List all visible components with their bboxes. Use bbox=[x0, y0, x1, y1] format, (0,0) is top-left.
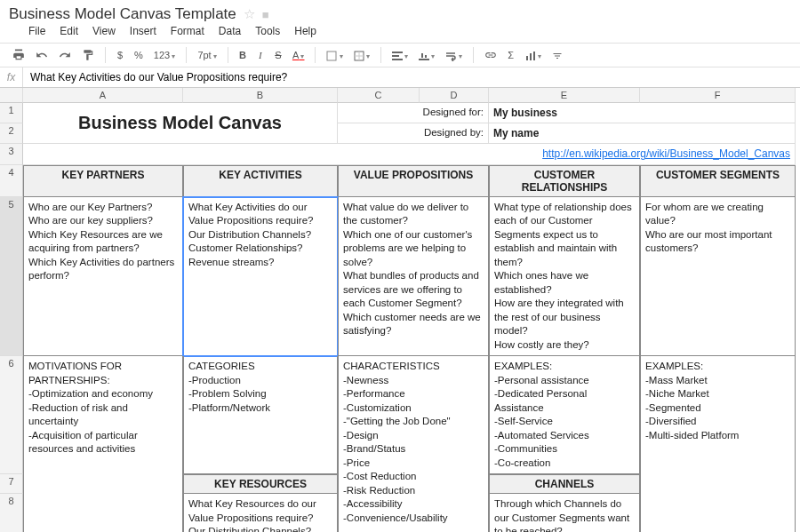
menu-help[interactable]: Help bbox=[294, 25, 316, 37]
percent-button[interactable]: % bbox=[131, 48, 147, 62]
canvas-title-cell[interactable]: Business Model Canvas bbox=[23, 103, 338, 144]
select-all-corner[interactable] bbox=[0, 88, 23, 103]
svg-rect-0 bbox=[327, 52, 336, 60]
kr-header[interactable]: KEY RESOURCES bbox=[183, 474, 338, 494]
formula-input[interactable] bbox=[23, 67, 800, 87]
kp-questions[interactable]: Who are our Key Partners? Who are our ke… bbox=[23, 197, 183, 357]
kr-questions[interactable]: What Key Resources do our Value Proposit… bbox=[183, 494, 338, 532]
kp-header[interactable]: KEY PARTNERS bbox=[23, 165, 183, 197]
menu-data[interactable]: Data bbox=[219, 25, 241, 37]
fill-color-dropdown[interactable] bbox=[323, 48, 346, 63]
svg-rect-10 bbox=[526, 56, 528, 60]
kp-sub[interactable]: MOTIVATIONS FOR PARTNERSHIPS: -Optimizat… bbox=[23, 356, 183, 532]
currency-button[interactable]: $ bbox=[113, 48, 127, 62]
title-bar: Business Model Canvas Template ☆ ■ bbox=[0, 0, 800, 25]
star-icon[interactable]: ☆ bbox=[244, 6, 255, 22]
insert-chart-icon[interactable] bbox=[522, 48, 545, 63]
redo-icon[interactable] bbox=[55, 47, 75, 63]
folder-icon[interactable]: ■ bbox=[262, 8, 269, 21]
separator bbox=[186, 47, 187, 63]
spreadsheet-grid: A B C D E F 1 Business Model Canvas Desi… bbox=[0, 88, 800, 532]
toolbar: $ % 123 7pt B I S A Σ bbox=[0, 43, 800, 67]
filter-icon[interactable] bbox=[548, 48, 566, 63]
row-header-4[interactable]: 4 bbox=[0, 165, 23, 197]
row-header-6[interactable]: 6 bbox=[0, 356, 23, 474]
wiki-link[interactable]: http://en.wikipedia.org/wiki/Business_Mo… bbox=[23, 144, 796, 164]
separator bbox=[380, 47, 381, 63]
col-header-b[interactable]: B bbox=[183, 88, 338, 103]
paint-format-icon[interactable] bbox=[78, 47, 98, 63]
menu-view[interactable]: View bbox=[92, 25, 116, 37]
menu-tools[interactable]: Tools bbox=[255, 25, 280, 37]
col-header-c[interactable]: C bbox=[338, 88, 420, 103]
row-header-8[interactable]: 8 bbox=[0, 494, 23, 532]
row-header-1[interactable]: 1 bbox=[0, 103, 23, 123]
ch-header[interactable]: CHANNELS bbox=[489, 474, 640, 494]
wrap-dropdown[interactable] bbox=[442, 48, 465, 63]
col-header-a[interactable]: A bbox=[23, 88, 183, 103]
cr-sub[interactable]: EXAMPLES: -Personal assistance -Dedicate… bbox=[489, 356, 640, 474]
menu-bar: File Edit View Insert Format Data Tools … bbox=[0, 25, 800, 43]
separator bbox=[315, 47, 316, 63]
col-header-f[interactable]: F bbox=[640, 88, 796, 103]
vp-questions[interactable]: What value do we deliver to the customer… bbox=[338, 197, 489, 357]
row-header-5[interactable]: 5 bbox=[0, 197, 23, 357]
cr-header[interactable]: CUSTOMER RELATIONSHIPS bbox=[489, 165, 640, 197]
h-align-dropdown[interactable] bbox=[388, 48, 412, 63]
svg-rect-4 bbox=[392, 52, 403, 53]
svg-rect-11 bbox=[530, 53, 532, 60]
cs-questions[interactable]: For whom are we creating value? Who are … bbox=[640, 197, 796, 357]
number-format-dropdown[interactable]: 123 bbox=[150, 48, 180, 62]
svg-rect-7 bbox=[419, 59, 429, 60]
col-header-d[interactable]: D bbox=[420, 88, 489, 103]
doc-title[interactable]: Business Model Canvas Template bbox=[9, 5, 236, 23]
svg-rect-6 bbox=[392, 59, 403, 60]
menu-file[interactable]: File bbox=[28, 25, 45, 37]
vp-header[interactable]: VALUE PROPOSITIONS bbox=[338, 165, 489, 197]
ka-header[interactable]: KEY ACTIVITIES bbox=[183, 165, 338, 197]
separator bbox=[473, 47, 474, 63]
text-color-dropdown[interactable]: A bbox=[289, 48, 308, 62]
print-icon[interactable] bbox=[9, 47, 28, 63]
menu-format[interactable]: Format bbox=[171, 25, 204, 37]
cr-questions[interactable]: What type of relationship does each of o… bbox=[489, 197, 640, 357]
vp-sub[interactable]: CHARACTERISTICS -Newness -Performance -C… bbox=[338, 356, 489, 532]
col-header-e[interactable]: E bbox=[489, 88, 640, 103]
separator bbox=[105, 47, 106, 63]
v-align-dropdown[interactable] bbox=[415, 48, 438, 63]
ch-questions[interactable]: Through which Channels do our Customer S… bbox=[489, 494, 640, 532]
cs-header[interactable]: CUSTOMER SEGMENTS bbox=[640, 165, 796, 197]
svg-rect-9 bbox=[425, 55, 427, 58]
svg-rect-5 bbox=[392, 55, 399, 57]
borders-dropdown[interactable] bbox=[350, 48, 373, 63]
bold-button[interactable]: B bbox=[236, 48, 250, 62]
font-size-dropdown[interactable]: 7pt bbox=[194, 48, 220, 62]
formula-bar: fx bbox=[0, 67, 800, 88]
svg-rect-12 bbox=[533, 52, 535, 60]
ka-sub[interactable]: CATEGORIES -Production -Problem Solving … bbox=[183, 356, 338, 474]
italic-button[interactable]: I bbox=[253, 48, 268, 62]
strike-button[interactable]: S bbox=[271, 48, 285, 62]
designed-for-label[interactable]: Designed for: bbox=[338, 103, 489, 123]
designed-for-value[interactable]: My business bbox=[489, 103, 796, 123]
row-header-3[interactable]: 3 bbox=[0, 144, 23, 164]
fx-label: fx bbox=[0, 67, 23, 87]
designed-by-label[interactable]: Designed by: bbox=[338, 123, 489, 144]
insert-link-icon[interactable] bbox=[481, 47, 500, 63]
menu-insert[interactable]: Insert bbox=[130, 25, 156, 37]
ka-questions[interactable]: What Key Activities do our Value Proposi… bbox=[183, 197, 338, 357]
cs-sub[interactable]: EXAMPLES: -Mass Market -Niche Market -Se… bbox=[640, 356, 796, 532]
undo-icon[interactable] bbox=[32, 47, 52, 63]
separator bbox=[228, 47, 228, 63]
menu-edit[interactable]: Edit bbox=[60, 25, 78, 37]
svg-rect-8 bbox=[421, 53, 423, 58]
row-header-2[interactable]: 2 bbox=[0, 123, 23, 144]
functions-icon[interactable]: Σ bbox=[504, 48, 518, 62]
designed-by-value[interactable]: My name bbox=[489, 123, 796, 144]
row-header-7[interactable]: 7 bbox=[0, 474, 23, 494]
